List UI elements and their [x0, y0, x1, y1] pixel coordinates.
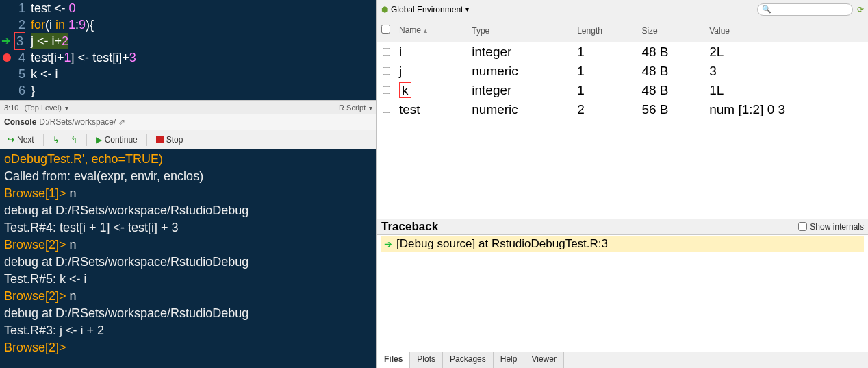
tab-packages[interactable]: Packages — [443, 352, 494, 368]
gutter[interactable]: ➔3 — [0, 33, 31, 49]
var-name: i — [395, 42, 468, 62]
gutter[interactable]: 2 — [0, 16, 31, 33]
console-line: Browse[2]> n — [4, 236, 372, 254]
gutter[interactable]: 6 — [0, 82, 31, 99]
var-type: integer — [468, 81, 573, 100]
search-icon: 🔍 — [762, 5, 771, 14]
tab-help[interactable]: Help — [494, 352, 525, 368]
var-length: 2 — [573, 100, 637, 119]
var-size: 48 B — [637, 42, 705, 62]
environment-grid: Name▲ Type Length Size Value iinteger148… — [377, 19, 868, 119]
step-out-button[interactable]: ↰ — [66, 133, 82, 147]
bottom-tabs: FilesPlotsPackagesHelpViewer — [377, 352, 868, 368]
console-path: D:/RSets/workspace/ — [39, 117, 116, 127]
col-size[interactable]: Size — [637, 19, 705, 42]
tab-plots[interactable]: Plots — [410, 352, 443, 368]
current-frame-arrow-icon: ➔ — [384, 238, 392, 249]
breakpoint-icon[interactable] — [3, 53, 11, 62]
file-type-selector[interactable]: R Script ▾ — [339, 103, 372, 112]
source-editor[interactable]: 1test <- 02for(i in 1:9){➔3 j <- i+24 te… — [0, 0, 376, 100]
env-search[interactable]: 🔍 — [757, 3, 853, 16]
gutter[interactable]: 5 — [0, 66, 31, 82]
stop-button[interactable]: Stop — [151, 133, 188, 147]
code-line[interactable]: 4 test[i+1] <- test[i]+3 — [0, 49, 376, 66]
step-into-button[interactable]: ↳ — [48, 133, 64, 147]
console-line: Test.R#3: j <- i + 2 — [4, 322, 372, 339]
traceback-body: ➔ [Debug source] at RstudioDebugTest.R:3 — [377, 235, 868, 253]
open-wd-icon[interactable]: ⇗ — [118, 117, 125, 127]
console-title: Console — [4, 117, 36, 127]
col-length[interactable]: Length — [573, 19, 637, 42]
var-type: numeric — [468, 100, 573, 119]
current-line-arrow-icon: ➔ — [1, 33, 10, 49]
gutter[interactable]: 4 — [0, 49, 31, 66]
console-line: oDebugTest.R', echo=TRUE) — [4, 151, 372, 168]
env-header-row: Name▲ Type Length Size Value — [377, 19, 868, 42]
traceback-frame[interactable]: ➔ [Debug source] at RstudioDebugTest.R:3 — [381, 236, 864, 252]
console-line: Called from: eval(expr, envir, enclos) — [4, 168, 372, 185]
code-line[interactable]: 6 } — [0, 82, 376, 99]
env-row[interactable]: kinteger148 B1L — [377, 81, 868, 100]
var-length: 1 — [573, 42, 637, 62]
console-line: debug at D:/RSets/workspace/RstudioDebug — [4, 254, 372, 271]
row-checkbox[interactable] — [382, 106, 390, 114]
col-type[interactable]: Type — [468, 19, 573, 42]
row-checkbox[interactable] — [382, 48, 390, 56]
var-value: 1L — [705, 81, 868, 100]
gutter[interactable]: 1 — [0, 0, 31, 16]
console-output[interactable]: oDebugTest.R', echo=TRUE)Called from: ev… — [0, 149, 376, 368]
row-checkbox[interactable] — [382, 86, 390, 95]
var-name: k — [395, 81, 468, 100]
debug-toolbar: ↪Next ↳ ↰ ▶Continue Stop — [0, 130, 376, 149]
env-row[interactable]: testnumeric256 Bnum [1:2] 0 3 — [377, 100, 868, 119]
continue-button[interactable]: ▶Continue — [91, 133, 142, 147]
code-line[interactable]: 1test <- 0 — [0, 0, 376, 16]
environment-icon: ⬢ — [381, 5, 388, 14]
var-size: 48 B — [637, 62, 705, 81]
debug-next-button[interactable]: ↪Next — [3, 133, 39, 147]
console-line: Browse[1]> n — [4, 185, 372, 202]
var-name: j — [395, 62, 468, 81]
cursor-position: 3:10 — [4, 103, 18, 112]
console-line: debug at D:/RSets/workspace/RstudioDebug — [4, 305, 372, 322]
select-all-checkbox[interactable] — [381, 25, 390, 34]
var-size: 48 B — [637, 81, 705, 100]
var-size: 56 B — [637, 100, 705, 119]
tab-viewer[interactable]: Viewer — [524, 352, 563, 368]
editor-status-bar: 3:10 (Top Level) ▾ R Script ▾ — [0, 100, 376, 114]
console-header: Console D:/RSets/workspace/ ⇗ — [0, 114, 376, 130]
show-internals-checkbox[interactable] — [798, 222, 807, 231]
var-length: 1 — [573, 81, 637, 100]
code-line[interactable]: ➔3 j <- i+2 — [0, 33, 376, 49]
console-line: debug at D:/RSets/workspace/RstudioDebug — [4, 202, 372, 219]
var-value: 3 — [705, 62, 868, 81]
code-line[interactable]: 5 k <- i — [0, 66, 376, 82]
console-line: Browse[2]> n — [4, 288, 372, 305]
console-line: Browse[2]> — [4, 339, 372, 356]
env-row[interactable]: iinteger148 B2L — [377, 42, 868, 62]
col-name[interactable]: Name▲ — [395, 19, 468, 42]
console-line: Test.R#4: test[i + 1] <- test[i] + 3 — [4, 219, 372, 236]
tab-files[interactable]: Files — [377, 352, 410, 368]
traceback-title: Traceback — [381, 220, 438, 234]
refresh-icon[interactable]: ⟳ — [857, 5, 864, 14]
scope-selector[interactable]: (Top Level) ▾ — [24, 103, 339, 112]
var-value: num [1:2] 0 3 — [705, 100, 868, 119]
environment-toolbar: ⬢ Global Environment ▾ 🔍 ⟳ — [377, 0, 868, 19]
var-value: 2L — [705, 42, 868, 62]
show-internals-toggle[interactable]: Show internals — [798, 222, 864, 232]
var-type: integer — [468, 42, 573, 62]
var-length: 1 — [573, 62, 637, 81]
code-line[interactable]: 2for(i in 1:9){ — [0, 16, 376, 33]
env-scope-selector[interactable]: ⬢ Global Environment ▾ — [381, 5, 469, 14]
env-search-input[interactable] — [771, 5, 848, 14]
row-checkbox[interactable] — [382, 67, 390, 75]
col-value[interactable]: Value — [705, 19, 868, 42]
var-name: test — [395, 100, 468, 119]
var-type: numeric — [468, 62, 573, 81]
traceback-header: Traceback Show internals — [377, 219, 868, 235]
console-line: Test.R#5: k <- i — [4, 271, 372, 288]
env-row[interactable]: jnumeric148 B3 — [377, 62, 868, 81]
